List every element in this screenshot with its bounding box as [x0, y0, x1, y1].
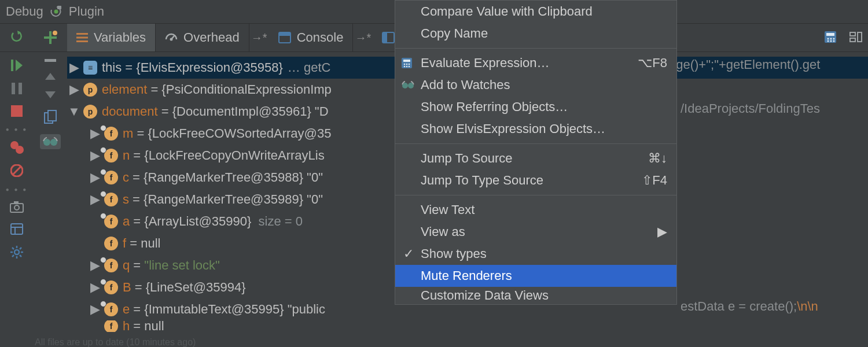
menu-view-text[interactable]: View Text [395, 199, 676, 221]
menu-view-as[interactable]: View as▶ [395, 221, 676, 243]
add-watch-icon[interactable] [34, 24, 67, 51]
tab-variables-label: Variables [94, 30, 146, 45]
plugin-icon [50, 6, 63, 17]
menu-separator [395, 195, 676, 195]
menu-show-referring[interactable]: Show Referring Objects… [395, 96, 676, 118]
var-name: n [123, 148, 130, 163]
remove-icon[interactable] [45, 59, 56, 62]
svg-rect-16 [76, 33, 88, 35]
menu-copy-name[interactable]: Copy Name [395, 23, 676, 45]
watches-rail [34, 52, 67, 337]
field-icon: f [104, 237, 118, 250]
property-icon: p [83, 105, 97, 119]
menu-evaluate-expression[interactable]: Evaluate Expression…⌥F8 [395, 52, 676, 74]
svg-rect-18 [76, 40, 88, 42]
shortcut-label: ⌘↓ [648, 151, 667, 166]
svg-rect-26 [19, 83, 22, 94]
svg-rect-27 [11, 105, 23, 117]
var-row-h[interactable]: f h = null [67, 320, 868, 332]
var-value: "line set lock" [144, 258, 220, 273]
pause-icon[interactable] [12, 82, 22, 95]
var-value: {ElvisExpression@35958} [136, 60, 282, 75]
svg-rect-10 [850, 32, 855, 36]
breakpoints-icon[interactable] [10, 141, 24, 154]
menu-jump-to-type-source[interactable]: Jump To Type Source⇧F4 [395, 169, 676, 191]
var-name: q [123, 258, 130, 273]
calculator-icon [401, 57, 413, 69]
menu-show-class-objects[interactable]: Show ElvisExpression Objects… [395, 118, 676, 140]
pin-icon[interactable]: →* [353, 24, 373, 51]
pin-icon[interactable]: →* [249, 24, 269, 51]
move-down-icon[interactable] [45, 91, 56, 99]
svg-point-58 [406, 66, 408, 68]
plugin-label: Plugin [69, 4, 104, 19]
svg-point-1 [54, 10, 58, 14]
log-file-icon [382, 32, 395, 43]
move-up-icon[interactable] [45, 73, 56, 81]
layout-settings-icon[interactable] [10, 223, 23, 235]
toolbar-right [824, 31, 862, 43]
debug-left-rail: ● ● ● ● ● ● [0, 52, 34, 337]
context-menu: Compare Value with Clipboard Copy Name E… [395, 0, 677, 305]
var-value: {ArrayList@35990} [144, 214, 251, 229]
var-value: {RangeMarkerTree@35989} "0" [144, 192, 323, 207]
svg-point-57 [404, 66, 406, 68]
menu-mute-renderers[interactable]: Mute Renderers [395, 265, 676, 287]
layout-icon[interactable] [849, 31, 862, 43]
var-name: c [123, 170, 129, 185]
menu-show-types[interactable]: ✓Show types [395, 243, 676, 265]
resume-icon[interactable] [11, 59, 23, 72]
svg-rect-23 [382, 32, 387, 43]
menu-jump-to-source[interactable]: Jump To Source⌘↓ [395, 147, 676, 169]
menu-compare-clipboard[interactable]: Compare Value with Clipboard [395, 1, 676, 23]
var-value: null [144, 320, 164, 332]
menu-customize-data-views[interactable]: Customize Data Views [395, 287, 676, 304]
status-bar: All files are up to date (10 minutes ago… [0, 337, 868, 347]
checkmark-icon: ✓ [403, 246, 414, 261]
shortcut-label: ⇧F4 [642, 173, 667, 188]
tab-variables[interactable]: Variables [67, 24, 156, 51]
var-name: e [123, 302, 130, 317]
expand-icon[interactable]: ▶ [67, 60, 81, 75]
stop-icon[interactable] [11, 105, 23, 117]
glasses-icon[interactable] [40, 134, 61, 149]
svg-rect-24 [11, 60, 13, 71]
svg-point-33 [14, 205, 19, 210]
tab-overhead-label: Overhead [183, 30, 240, 45]
var-value: {LockFreeCopyOnWriteArrayLis [144, 148, 324, 163]
console-icon [278, 32, 291, 43]
collapse-icon[interactable]: ▼ [67, 104, 81, 119]
variables-icon [76, 32, 88, 43]
tab-console[interactable]: Console [269, 24, 354, 51]
field-icon: f [104, 320, 118, 332]
svg-rect-14 [44, 36, 57, 39]
var-name: a [123, 214, 130, 229]
var-value: null [141, 236, 160, 251]
expand-icon[interactable]: ▶ [67, 82, 81, 97]
code-fragment: estData e = create();\n\n [681, 299, 818, 314]
menu-add-to-watches[interactable]: Add to Watches [395, 74, 676, 96]
status-text: All files are up to date (10 minutes ago… [35, 337, 196, 347]
var-name: s [123, 192, 129, 207]
svg-point-15 [53, 31, 57, 35]
svg-point-8 [830, 40, 832, 42]
code-fragment: /IdeaProjects/FoldingTes [681, 101, 820, 116]
glasses-icon [401, 80, 415, 90]
tab-overhead[interactable]: Overhead [156, 24, 249, 51]
copy-icon[interactable] [44, 110, 57, 124]
svg-line-46 [20, 248, 21, 249]
svg-rect-3 [826, 33, 834, 36]
rerun-icon[interactable] [0, 24, 34, 51]
svg-rect-47 [45, 59, 56, 62]
svg-line-44 [20, 255, 21, 257]
calculator-icon[interactable] [824, 31, 837, 43]
code-fragment: nge()+";"+getElement().get [669, 57, 820, 72]
var-name: h [123, 320, 130, 332]
submenu-arrow-icon: ▶ [657, 224, 667, 239]
var-size: size = 0 [259, 214, 303, 229]
mute-breakpoints-icon[interactable] [10, 164, 23, 177]
svg-rect-17 [76, 37, 88, 39]
svg-point-19 [170, 38, 173, 41]
camera-icon[interactable] [10, 201, 24, 213]
settings-gear-icon[interactable] [10, 245, 24, 259]
